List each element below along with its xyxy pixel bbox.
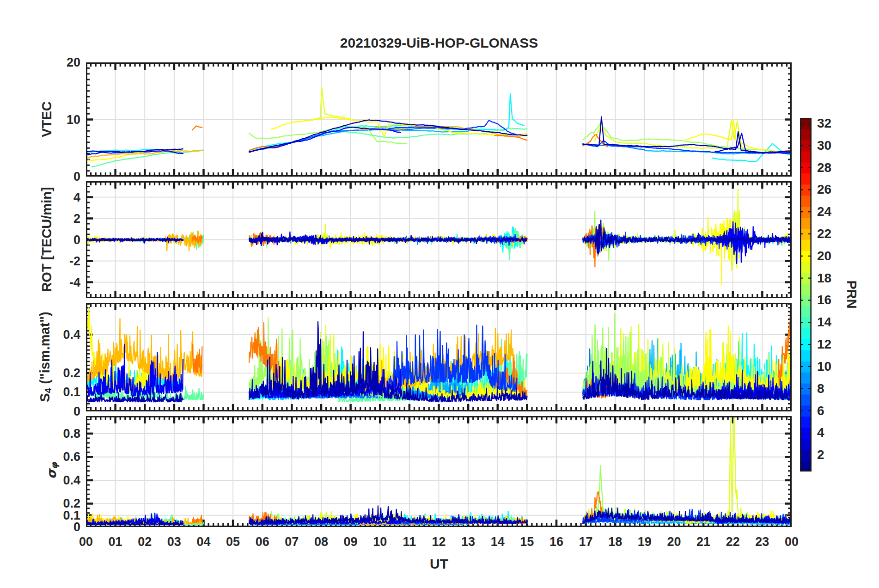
x-tick-label: 06 — [256, 536, 269, 548]
x-tick-label: 11 — [403, 536, 416, 548]
s4-axis-label-post: ("ism.mat") — [37, 312, 52, 387]
y-tick-label-vtec: 0 — [73, 171, 80, 183]
panel-canvas-sigma — [86, 416, 792, 527]
rot-axis-label: ROT [TECU/min] — [40, 187, 54, 292]
x-tick-label: 20 — [667, 536, 681, 548]
x-tick-label: 19 — [638, 536, 652, 548]
colorbar-tick-label: 12 — [817, 338, 831, 351]
vtec-axis-label-text: VTEC — [39, 101, 54, 137]
x-tick-label: 00 — [785, 536, 799, 548]
x-tick-label: 03 — [167, 536, 181, 548]
colorbar-tick-label: 24 — [817, 205, 831, 218]
colorbar-canvas — [800, 118, 812, 472]
x-tick-label: 18 — [608, 536, 622, 548]
y-tick-label-sigma: 0.2 — [63, 497, 80, 510]
x-tick-label: 08 — [314, 536, 328, 548]
x-tick-label: 02 — [138, 536, 152, 548]
y-tick-label-vtec: 20 — [67, 56, 80, 69]
x-tick-label: 12 — [432, 536, 446, 548]
colorbar-title: PRN — [845, 280, 858, 308]
sigma-axis-label-pre: σ — [44, 469, 59, 479]
panel-canvas-rot — [86, 181, 792, 298]
colorbar-tick-label: 16 — [817, 294, 831, 306]
x-axis-label: UT — [430, 557, 448, 571]
colorbar-tick-label: 18 — [817, 272, 831, 285]
y-tick-label-sigma: 0.4 — [63, 474, 80, 486]
x-tick-label: 07 — [285, 536, 299, 548]
colorbar-tick-label: 4 — [817, 426, 824, 439]
chart-title: 20210329-UiB-HOP-GLONASS — [340, 36, 538, 50]
colorbar-tick-label: 30 — [817, 139, 831, 152]
colorbar-tick-label: 8 — [817, 382, 824, 395]
s4-axis-label-pre: S — [37, 393, 52, 402]
x-tick-label: 13 — [461, 536, 475, 548]
y-tick-label-s4: 0.2 — [63, 367, 80, 379]
s4-axis-label-sub: 4 — [43, 388, 53, 393]
x-tick-label: 23 — [755, 536, 769, 548]
s4-axis-label: S4 ("ism.mat") — [38, 312, 53, 402]
vtec-axis-label: VTEC — [40, 101, 54, 137]
y-tick-label-rot: 4 — [73, 191, 80, 203]
y-tick-label-vtec: 10 — [67, 113, 80, 126]
colorbar-tick-label: 14 — [817, 316, 831, 329]
sigma-axis-label-sub: φ — [49, 462, 60, 469]
x-tick-label: 22 — [726, 536, 740, 548]
glonass-scintillation-figure: 20210329-UiB-HOP-GLONASS VTEC ROT [TECU/… — [0, 0, 879, 588]
panel-canvas-s4 — [86, 303, 792, 411]
y-tick-label-s4: 0.4 — [63, 328, 80, 341]
y-tick-label-rot: 2 — [73, 212, 80, 225]
x-tick-label: 14 — [491, 536, 505, 548]
colorbar-tick-label: 26 — [817, 183, 831, 196]
colorbar-tick-label: 32 — [817, 117, 831, 130]
sigma-phi-axis-label: σφ — [45, 462, 59, 479]
panel-canvas-vtec — [86, 62, 792, 177]
y-tick-label-sigma: 0 — [73, 521, 80, 533]
colorbar-tick-label: 28 — [817, 161, 831, 174]
y-tick-label-sigma: 0.6 — [63, 451, 80, 463]
colorbar-tick-label: 20 — [817, 250, 831, 263]
y-tick-label-s4: 0 — [73, 405, 80, 418]
x-tick-label: 09 — [344, 536, 358, 548]
x-tick-label: 10 — [373, 536, 387, 548]
y-tick-label-rot: -4 — [69, 276, 80, 288]
rot-axis-label-text: ROT [TECU/min] — [39, 187, 54, 292]
x-tick-label: 04 — [196, 536, 210, 548]
x-tick-label: 17 — [579, 536, 593, 548]
x-tick-label: 16 — [549, 536, 563, 548]
x-tick-label: 05 — [226, 536, 240, 548]
colorbar-tick-label: 22 — [817, 227, 831, 240]
colorbar-tick-label: 6 — [817, 404, 824, 417]
y-tick-label-rot: 0 — [73, 233, 80, 246]
y-tick-label-sigma: 0.1 — [63, 509, 80, 521]
y-tick-label-s4: 0.1 — [63, 386, 80, 398]
colorbar-tick-label: 2 — [817, 448, 824, 461]
y-tick-label-sigma: 0.8 — [63, 427, 80, 440]
y-tick-label-rot: -2 — [69, 255, 80, 267]
x-tick-label: 01 — [109, 536, 122, 548]
x-tick-label: 15 — [520, 536, 534, 548]
x-tick-label: 00 — [79, 536, 93, 548]
colorbar-tick-label: 10 — [817, 360, 831, 373]
x-tick-label: 21 — [696, 536, 710, 548]
